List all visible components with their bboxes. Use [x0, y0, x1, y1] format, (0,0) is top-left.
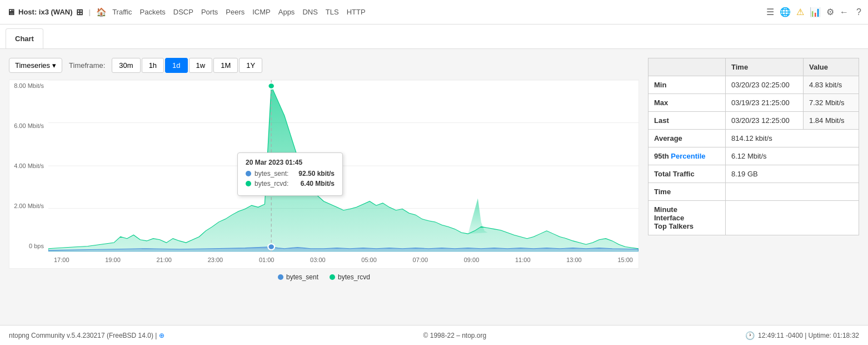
tooltip-val-rcvd: 6.40 Mbit/s [301, 180, 335, 188]
tf-1M[interactable]: 1M [213, 58, 238, 73]
host-label: Host: ix3 (WAN) [18, 8, 73, 16]
nav-ports[interactable]: Ports [201, 8, 218, 16]
x-label-6: 05:00 [361, 257, 377, 263]
tf-1w[interactable]: 1w [189, 58, 213, 73]
help-icon[interactable]: ? [856, 7, 861, 17]
network-icon[interactable]: ⊞ [76, 7, 83, 17]
main-content: Timeseries ▾ Timeframe: 30m 1h 1d 1w 1M … [0, 49, 868, 290]
legend-dot-sent [278, 274, 283, 280]
back-icon[interactable]: ← [840, 7, 849, 17]
nav-apps[interactable]: Apps [278, 8, 295, 16]
tf-30m[interactable]: 30m [112, 58, 140, 73]
chart-controls: Timeseries ▾ Timeframe: 30m 1h 1d 1w 1M … [9, 58, 639, 73]
label-total: Total Traffic [648, 165, 726, 183]
legend-rcvd: bytes_rcvd [330, 273, 370, 281]
home-icon[interactable]: 🏠 [96, 7, 107, 17]
percentile-link[interactable]: Percentile [671, 152, 705, 160]
stats-row-max: Max 03/19/23 21:25:00 7.32 Mbit/s [648, 94, 859, 112]
x-label-10: 13:00 [566, 257, 582, 263]
nav-dscp[interactable]: DSCP [173, 8, 193, 16]
header-time-col: Time [726, 58, 804, 76]
value-min: 4.83 kbit/s [804, 76, 859, 94]
menu-icon[interactable]: ☰ [766, 7, 774, 17]
tooltip-label-sent: bytes_sent: [255, 170, 288, 178]
nav-http[interactable]: HTTP [347, 8, 366, 16]
chart-legend: bytes_sent bytes_rcvd [9, 273, 639, 281]
label-max: Max [648, 94, 726, 112]
x-label-5: 03:00 [310, 257, 326, 263]
x-label-0: 17:00 [54, 257, 69, 263]
timeseries-label: Timeseries [15, 61, 50, 70]
nav-packets[interactable]: Packets [140, 8, 166, 16]
stats-row-minute: Minute Interface Top Talkers [648, 201, 859, 235]
nav-icmp[interactable]: ICMP [252, 8, 271, 16]
chart-area: 20 Mar 2023 01:45 bytes_sent: 92.50 kbit… [48, 80, 638, 252]
warning-icon[interactable]: ⚠ [796, 7, 804, 17]
tooltip-title: 20 Mar 2023 01:45 [246, 159, 335, 166]
nav-links: Traffic Packets DSCP Ports Peers ICMP Ap… [112, 8, 365, 16]
chart-section: Timeseries ▾ Timeframe: 30m 1h 1d 1w 1M … [9, 58, 639, 281]
x-label-4: 01:00 [259, 257, 275, 263]
nav-tls[interactable]: TLS [326, 8, 339, 16]
value-average: 814.12 kbit/s [726, 130, 859, 147]
x-axis: 17:00 19:00 21:00 23:00 01:00 03:00 05:0… [48, 252, 638, 268]
value-max: 7.32 Mbit/s [804, 94, 859, 112]
svg-point-9 [268, 83, 275, 89]
header-label-col [648, 58, 726, 76]
stats-row-average: Average 814.12 kbit/s [648, 130, 859, 147]
y-label-4: 8.00 Mbit/s [12, 82, 44, 89]
tooltip-val-sent: 92.50 kbit/s [298, 170, 335, 178]
value-total: 8.19 GB [726, 165, 859, 183]
tooltip-label-rcvd: bytes_rcvd: [255, 180, 288, 188]
monitor-icon: 🖥 [7, 7, 15, 17]
legend-label-sent: bytes_sent [286, 273, 318, 281]
stats-row-min: Min 03/20/23 02:25:00 4.83 kbit/s [648, 76, 859, 94]
time-last: 03/20/23 12:25:00 [726, 112, 804, 130]
x-label-7: 07:00 [413, 257, 428, 263]
value-minute [726, 201, 859, 235]
tab-bar: Chart [0, 24, 868, 49]
bar-chart-icon[interactable]: 📊 [810, 7, 821, 17]
value-percentile: 6.12 Mbit/s [726, 147, 859, 165]
stats-table-container: Time Value Min 03/20/23 02:25:00 4.83 kb… [648, 58, 859, 281]
label-minute: Minute Interface Top Talkers [648, 201, 726, 235]
legend-sent: bytes_sent [278, 273, 318, 281]
tf-1d[interactable]: 1d [165, 58, 187, 73]
stats-table: Time Value Min 03/20/23 02:25:00 4.83 kb… [648, 58, 859, 235]
x-label-11: 15:00 [617, 257, 633, 263]
x-label-2: 21:00 [156, 257, 172, 263]
x-label-1: 19:00 [105, 257, 121, 263]
chart-tooltip: 20 Mar 2023 01:45 bytes_sent: 92.50 kbit… [237, 152, 343, 196]
timeseries-dropdown[interactable]: Timeseries ▾ [9, 58, 62, 73]
divider: | [89, 8, 91, 16]
x-label-9: 11:00 [515, 257, 531, 263]
gear-icon[interactable]: ⚙ [826, 7, 834, 17]
tooltip-dot-sent [246, 171, 251, 176]
nav-dns[interactable]: DNS [302, 8, 317, 16]
tf-1h[interactable]: 1h [142, 58, 164, 73]
stats-header-row: Time Value [648, 58, 859, 76]
label-last: Last [648, 112, 726, 130]
top-navigation: 🖥 Host: ix3 (WAN) ⊞ | 🏠 Traffic Packets … [0, 0, 868, 24]
tooltip-dot-rcvd [246, 181, 251, 186]
stats-row-last: Last 03/20/23 12:25:00 1.84 Mbit/s [648, 112, 859, 130]
x-label-3: 23:00 [208, 257, 223, 263]
time-max: 03/19/23 21:25:00 [726, 94, 804, 112]
nav-peers[interactable]: Peers [226, 8, 245, 16]
globe-icon[interactable]: 🌐 [780, 7, 791, 17]
nav-icon-group: ☰ 🌐 ⚠ 📊 ⚙ ← ? [766, 7, 861, 17]
tooltip-row-rcvd: bytes_rcvd: 6.40 Mbit/s [246, 180, 335, 188]
label-min: Min [648, 76, 726, 94]
host-info: 🖥 Host: ix3 (WAN) ⊞ | 🏠 [7, 7, 107, 17]
value-time [726, 183, 859, 201]
stats-row-time: Time [648, 183, 859, 201]
chart-tab[interactable]: Chart [6, 28, 43, 48]
timeframe-buttons: 30m 1h 1d 1w 1M 1Y [112, 58, 262, 73]
y-axis: 0 bps 2.00 Mbit/s 4.00 Mbit/s 6.00 Mbit/… [9, 80, 48, 252]
header-value-col: Value [804, 58, 859, 76]
value-last: 1.84 Mbit/s [804, 112, 859, 130]
tf-1Y[interactable]: 1Y [239, 58, 262, 73]
svg-point-10 [268, 244, 275, 250]
legend-dot-rcvd [330, 274, 335, 280]
nav-traffic[interactable]: Traffic [112, 8, 132, 16]
